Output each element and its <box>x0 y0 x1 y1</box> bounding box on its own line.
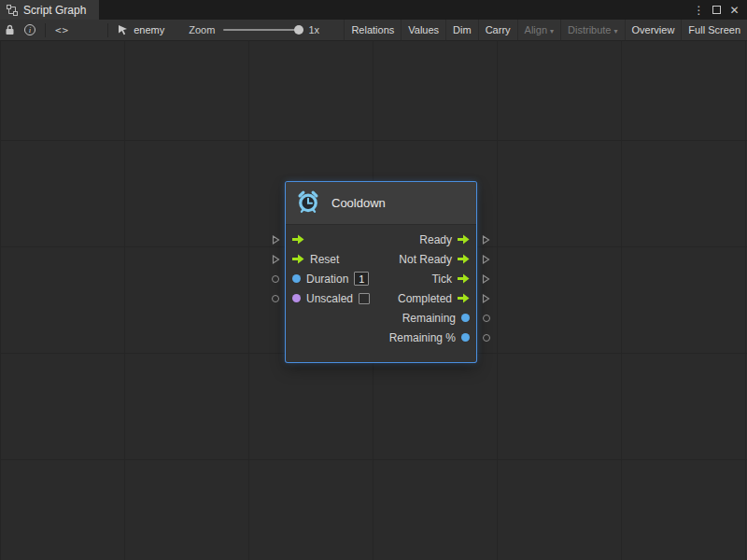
flow-exit-icon[interactable] <box>458 273 470 284</box>
close-button[interactable]: ✕ <box>726 0 742 20</box>
full-screen-button[interactable]: Full Screen <box>681 20 747 40</box>
toolbar-separator <box>107 23 108 37</box>
maximize-icon <box>712 6 721 14</box>
button-label: Full Screen <box>688 24 740 35</box>
node-body: Ready Reset <box>286 225 476 362</box>
port-label: Ready <box>419 234 452 245</box>
port-label: Reset <box>310 254 339 265</box>
port-label: Not Ready <box>399 254 452 265</box>
flow-input-port[interactable] <box>272 234 280 245</box>
number-port-icon[interactable] <box>461 314 470 322</box>
tab-title: Script Graph <box>23 4 86 17</box>
node-row: Reset Not Ready <box>286 249 476 269</box>
zoom-slider[interactable] <box>223 29 303 31</box>
node-title: Cooldown <box>331 196 386 210</box>
button-label: Distribute <box>568 24 611 35</box>
graph-target-label: enemy <box>134 24 164 35</box>
node-header[interactable]: Cooldown <box>286 182 476 225</box>
zoom-value: 1x <box>308 24 319 35</box>
relations-button[interactable]: Relations <box>344 20 401 40</box>
button-label: Align <box>525 24 547 35</box>
zoom-slider-handle[interactable] <box>294 25 303 35</box>
number-port-icon[interactable] <box>292 274 301 283</box>
node-row: Duration Tick <box>286 269 476 288</box>
port-label: Duration <box>306 273 348 285</box>
maximize-button[interactable] <box>709 0 725 20</box>
button-label: Overview <box>632 24 675 35</box>
window-controls: ⋮ ✕ <box>691 0 747 20</box>
zoom-label: Zoom <box>189 24 215 35</box>
titlebar: Script Graph ⋮ ✕ <box>0 0 747 20</box>
button-label: Carry <box>486 24 511 35</box>
node-row: Ready <box>286 230 476 249</box>
boolean-port-icon[interactable] <box>292 294 301 302</box>
flow-exit-icon[interactable] <box>458 234 470 245</box>
not-ready-output-port[interactable] <box>482 254 490 264</box>
tick-output-port[interactable] <box>482 273 490 284</box>
number-port-icon[interactable] <box>461 333 470 342</box>
button-label: Dim <box>453 24 472 35</box>
graph-pointer-icon <box>113 20 134 40</box>
chevron-down-icon: ▾ <box>614 27 618 35</box>
script-graph-icon <box>7 5 18 16</box>
port-label: Completed <box>398 293 452 304</box>
reset-input-port[interactable] <box>272 254 280 264</box>
values-button[interactable]: Values <box>401 20 445 40</box>
alarm-clock-icon <box>294 188 322 219</box>
toolbar-separator <box>45 23 46 37</box>
info-icon: i <box>24 24 35 35</box>
align-dropdown[interactable]: Align ▾ <box>517 20 560 40</box>
duration-value-field[interactable] <box>354 272 369 286</box>
port-label: Unscaled <box>306 293 353 304</box>
flow-exit-icon[interactable] <box>458 293 470 303</box>
toolbar-buttons: Relations Values Dim Carry Align ▾ Distr… <box>344 20 747 40</box>
tab-script-graph[interactable]: Script Graph <box>0 0 99 20</box>
graph-toolbar: i <> enemy Zoom 1x Relations Values Dim … <box>0 20 747 41</box>
info-button[interactable]: i <box>20 20 40 40</box>
unscaled-checkbox[interactable] <box>359 293 370 304</box>
button-label: Values <box>408 24 439 35</box>
remaining-output-port[interactable] <box>483 315 490 322</box>
carry-button[interactable]: Carry <box>478 20 517 40</box>
lock-button[interactable] <box>0 20 20 40</box>
overview-button[interactable]: Overview <box>625 20 682 40</box>
flow-enter-icon[interactable] <box>292 234 304 245</box>
port-label: Remaining <box>402 313 456 324</box>
flow-exit-icon[interactable] <box>458 254 470 264</box>
chevron-down-icon: ▾ <box>550 27 554 35</box>
node-row: Remaining <box>286 308 476 328</box>
port-label: Remaining % <box>389 332 456 343</box>
code-preview-button[interactable]: <> <box>50 20 74 40</box>
cooldown-node[interactable]: Cooldown Ready <box>286 182 476 362</box>
flow-enter-icon[interactable] <box>292 254 304 264</box>
dim-button[interactable]: Dim <box>445 20 478 40</box>
window-menu-button[interactable]: ⋮ <box>691 0 707 20</box>
script-graph-window: Script Graph ⋮ ✕ i <> enemy Zoo <box>0 0 747 560</box>
unscaled-input-port[interactable] <box>272 295 279 302</box>
distribute-dropdown[interactable]: Distribute ▾ <box>560 20 624 40</box>
completed-output-port[interactable] <box>482 293 490 303</box>
duration-input-port[interactable] <box>272 275 279 283</box>
button-label: Relations <box>351 24 394 35</box>
remaining-percent-output-port[interactable] <box>483 334 490 342</box>
ready-output-port[interactable] <box>482 234 490 245</box>
node-row: Remaining % <box>286 328 476 347</box>
port-label: Tick <box>431 273 452 285</box>
code-icon: <> <box>55 24 69 36</box>
node-row: Unscaled Completed <box>286 288 476 308</box>
